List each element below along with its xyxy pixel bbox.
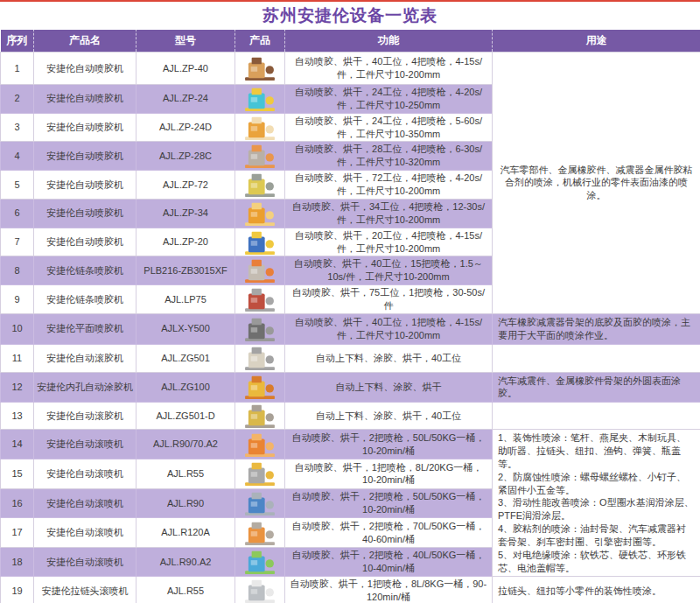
table-row: 19安捷伦拉链头滚喷机AJL.R55自动喷胶、烘干，1把喷枪，8L/8KG一桶，… [1, 577, 700, 603]
machine-icon [242, 172, 277, 198]
machine-icon [242, 143, 277, 169]
usage-text-line: 4、胶粘剂的喷涂：油封骨架、汽车减震器衬套骨架、刹车密封圈、引擎密封圈等。 [498, 522, 695, 549]
usage-text-line: 汽车减震件、金属橡胶件骨架的外圆表面涂胶。 [498, 375, 695, 401]
table-row: 1安捷伦自动喷胶机AJL.ZP-40自动喷胶、烘干，40工位，4把喷枪，4-15… [1, 53, 700, 85]
function-cell: 自动喷胶、烘干，24工位，4把喷枪，4-20s/件，工件尺寸10-250mm [285, 85, 493, 114]
model-cell: AJL.R90.A2 [136, 547, 235, 577]
machine-icon [242, 549, 277, 575]
product-name-cell: 安捷伦自动滚胶机 [34, 403, 136, 430]
usage-text-line: 拉链头、纽扣等小零件的装饰性喷涂。 [498, 585, 695, 598]
header-model: 型号 [136, 30, 235, 53]
product-name-cell: 安捷伦自动滚喷机 [34, 488, 136, 518]
product-name-cell: 安捷伦自动喷胶机 [34, 85, 136, 114]
usage-cell: 1、装饰性喷涂：笔杆、燕尾夹、木制玩具、助听器、拉链头、纽扣、渔钩、弹簧、瓶盖等… [493, 430, 700, 577]
product-image-cell [235, 285, 285, 314]
product-name-cell: 安捷伦链条喷胶机 [34, 285, 136, 314]
machine-icon [242, 520, 277, 546]
header-usage: 用途 [493, 30, 700, 53]
header-func: 功能 [285, 30, 493, 53]
equipment-table-body: 1安捷伦自动喷胶机AJL.ZP-40自动喷胶、烘干，40工位，4把喷枪，4-15… [1, 53, 700, 603]
function-cell: 自动喷胶、烘干，2把喷枪，70L/50KG一桶，40-60min/桶 [285, 518, 493, 548]
product-image-cell [235, 113, 285, 142]
header-seq: 序列 [1, 30, 34, 53]
usage-cell [493, 344, 700, 372]
product-image-cell [235, 547, 285, 577]
function-cell: 自动喷胶、烘干，2把喷枪，50L/50KG一桶，10-20min/桶 [285, 430, 493, 459]
product-image-cell [235, 459, 285, 489]
product-image-cell [235, 518, 285, 548]
machine-icon [242, 578, 277, 603]
machine-icon [242, 86, 277, 112]
table-row: 12安捷伦内孔自动涂胶机AJL.ZG100自动上下料、涂胶、烘干汽车减震件、金属… [1, 372, 700, 403]
model-cell: AJL.ZP-24 [136, 85, 235, 114]
function-cell: 自动喷胶、烘干，28工位，4把喷枪，6-30s/件，工件尺寸10-320mm [285, 142, 493, 171]
function-cell: 自动喷胶、烘干，2把喷枪，50L/50KG一桶，10-20min/桶 [285, 488, 493, 518]
product-image-cell [235, 53, 285, 85]
seq-cell: 18 [1, 547, 34, 577]
seq-cell: 10 [1, 313, 34, 344]
equipment-table: 序列 产品名 型号 产品 功能 用途 1安捷伦自动喷胶机AJL.ZP-40自动喷… [0, 29, 700, 603]
table-row: 13安捷伦自动滚胶机AJL.ZG501-D自动上下料、涂胶、烘干，40工位 [1, 403, 700, 430]
seq-cell: 11 [1, 344, 34, 372]
seq-cell: 8 [1, 256, 34, 285]
function-cell: 自动喷胶、烘干，34工位，4把喷枪，12-30s/件，工件尺寸10-200mm [285, 200, 493, 228]
seq-cell: 12 [1, 372, 34, 403]
model-cell: AJL.R55 [136, 459, 235, 489]
machine-icon [242, 490, 277, 516]
product-name-cell: 安捷伦自动喷胶机 [34, 200, 136, 228]
usage-cell: 汽车零部件、金属橡胶件、减震器金属件胶粘合剂的喷涂，机械行业的零件表面油漆的喷涂… [493, 53, 700, 314]
model-cell: AJL.ZP-28C [136, 142, 235, 171]
model-cell: AJL.ZG501-D [136, 403, 235, 430]
header-name: 产品名 [34, 30, 136, 53]
usage-cell [493, 403, 700, 430]
machine-icon [242, 257, 277, 284]
product-name-cell: 安捷伦自动喷胶机 [34, 53, 136, 85]
usage-cell: 拉链头、纽扣等小零件的装饰性喷涂。 [493, 577, 700, 603]
product-image-cell [235, 171, 285, 200]
usage-text-line: 汽车零部件、金属橡胶件、减震器金属件胶粘合剂的喷涂，机械行业的零件表面油漆的喷涂… [498, 164, 695, 203]
product-image-cell [235, 577, 285, 603]
seq-cell: 17 [1, 518, 34, 548]
seq-cell: 14 [1, 430, 34, 459]
model-cell: AJL.ZP-34 [136, 200, 235, 228]
title-bar: 苏州安捷伦设备一览表 [0, 2, 700, 29]
product-image-cell [235, 488, 285, 518]
seq-cell: 2 [1, 85, 34, 114]
usage-text-line: 2、防腐蚀性喷涂：螺母螺丝螺栓、小钉子、紧固件小五金等。 [498, 471, 695, 497]
model-cell: AJL.ZP-72 [136, 171, 235, 200]
usage-text-line: 5、对电绝缘喷涂：软铁芯、硬铁芯、环形铁芯、电池盖帽等。 [498, 549, 695, 575]
product-name-cell: 安捷伦自动喷胶机 [34, 171, 136, 200]
product-name-cell: 安捷伦自动喷胶机 [34, 113, 136, 142]
product-image-cell [235, 228, 285, 256]
function-cell: 自动喷胶、烘干，20工位，4把喷枪，4-15s/件，工件尺寸10-200mm [285, 228, 493, 256]
function-cell: 自动上下料、涂胶、烘干，40工位 [285, 344, 493, 372]
model-cell: AJL.R90/70.A2 [136, 430, 235, 459]
model-cell: AJL.R55 [136, 577, 235, 603]
function-cell: 自动喷胶、烘干，40工位，1把喷枪，4-15s/件，工件尺寸10-200mm [285, 313, 493, 344]
product-image-cell [235, 430, 285, 459]
product-name-cell: 安捷伦自动滚喷机 [34, 547, 136, 577]
function-cell: 自动喷胶、烘干，40工位，4把喷枪，4-15s/件，工件尺寸10-200mm [285, 53, 493, 85]
seq-cell: 19 [1, 577, 34, 603]
function-cell: 自动上下料、涂胶、烘干，40工位 [285, 403, 493, 430]
product-name-cell: 安捷伦拉链头滚喷机 [34, 577, 136, 603]
equipment-list-page: 苏州安捷伦设备一览表 序列 产品名 型号 产品 功能 用途 1安捷伦自动喷胶机A… [0, 0, 700, 603]
seq-cell: 16 [1, 488, 34, 518]
product-image-cell [235, 313, 285, 344]
machine-icon [242, 460, 277, 487]
seq-cell: 7 [1, 228, 34, 256]
product-image-cell [235, 142, 285, 171]
model-cell: AJL.ZP-40 [136, 53, 235, 85]
seq-cell: 4 [1, 142, 34, 171]
usage-text-line: 1、装饰性喷涂：笔杆、燕尾夹、木制玩具、助听器、拉链头、纽扣、渔钩、弹簧、瓶盖等… [498, 431, 695, 471]
machine-icon [242, 286, 277, 312]
model-cell: AJL.ZP-24D [136, 113, 235, 142]
machine-icon [242, 115, 277, 141]
machine-icon [242, 55, 277, 81]
product-image-cell [235, 403, 285, 430]
page-title: 苏州安捷伦设备一览表 [262, 4, 438, 27]
product-name-cell: 安捷伦自动喷胶机 [34, 142, 136, 171]
function-cell: 自动喷胶、烘干，1把喷枪，8L/8KG一桶，90-120min/桶 [285, 577, 493, 603]
model-cell: AJL.ZP-20 [136, 228, 235, 256]
product-name-cell: 安捷伦平面喷胶机 [34, 313, 136, 344]
